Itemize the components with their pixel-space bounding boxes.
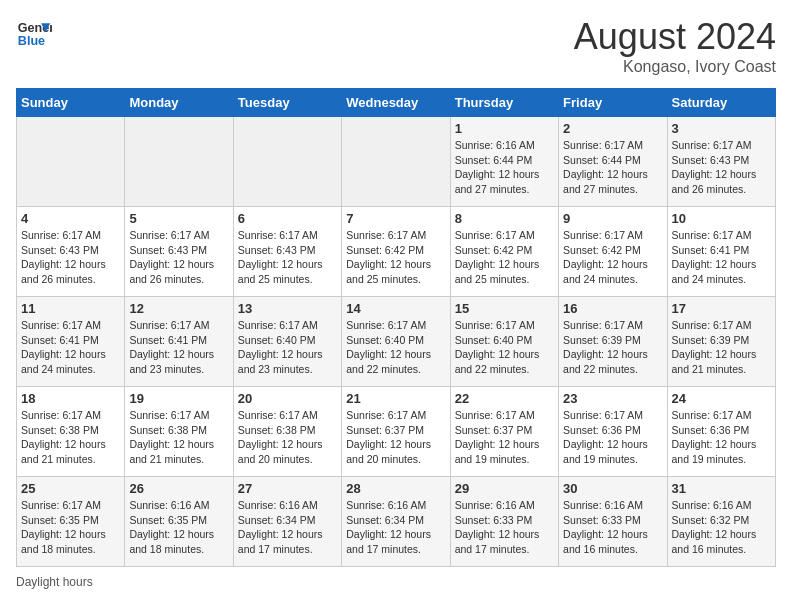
calendar-cell: 14Sunrise: 6:17 AM Sunset: 6:40 PM Dayli… xyxy=(342,297,450,387)
weekday-header: Tuesday xyxy=(233,89,341,117)
day-info: Sunrise: 6:17 AM Sunset: 6:44 PM Dayligh… xyxy=(563,138,662,197)
day-info: Sunrise: 6:17 AM Sunset: 6:42 PM Dayligh… xyxy=(346,228,445,287)
day-info: Sunrise: 6:17 AM Sunset: 6:43 PM Dayligh… xyxy=(238,228,337,287)
calendar-cell: 10Sunrise: 6:17 AM Sunset: 6:41 PM Dayli… xyxy=(667,207,775,297)
day-info: Sunrise: 6:16 AM Sunset: 6:33 PM Dayligh… xyxy=(563,498,662,557)
calendar-week-row: 25Sunrise: 6:17 AM Sunset: 6:35 PM Dayli… xyxy=(17,477,776,567)
title-block: August 2024 Kongaso, Ivory Coast xyxy=(574,16,776,76)
day-number: 16 xyxy=(563,301,662,316)
day-number: 21 xyxy=(346,391,445,406)
day-info: Sunrise: 6:17 AM Sunset: 6:38 PM Dayligh… xyxy=(238,408,337,467)
day-info: Sunrise: 6:17 AM Sunset: 6:39 PM Dayligh… xyxy=(672,318,771,377)
day-info: Sunrise: 6:17 AM Sunset: 6:39 PM Dayligh… xyxy=(563,318,662,377)
day-info: Sunrise: 6:16 AM Sunset: 6:33 PM Dayligh… xyxy=(455,498,554,557)
calendar-cell: 3Sunrise: 6:17 AM Sunset: 6:43 PM Daylig… xyxy=(667,117,775,207)
weekday-header: Wednesday xyxy=(342,89,450,117)
calendar-cell: 13Sunrise: 6:17 AM Sunset: 6:40 PM Dayli… xyxy=(233,297,341,387)
weekday-header: Monday xyxy=(125,89,233,117)
logo-icon: General Blue xyxy=(16,16,52,52)
calendar-cell xyxy=(342,117,450,207)
day-info: Sunrise: 6:17 AM Sunset: 6:42 PM Dayligh… xyxy=(563,228,662,287)
day-number: 13 xyxy=(238,301,337,316)
calendar-cell: 20Sunrise: 6:17 AM Sunset: 6:38 PM Dayli… xyxy=(233,387,341,477)
day-info: Sunrise: 6:17 AM Sunset: 6:40 PM Dayligh… xyxy=(238,318,337,377)
day-number: 4 xyxy=(21,211,120,226)
day-info: Sunrise: 6:17 AM Sunset: 6:41 PM Dayligh… xyxy=(672,228,771,287)
calendar-cell: 5Sunrise: 6:17 AM Sunset: 6:43 PM Daylig… xyxy=(125,207,233,297)
calendar-cell: 27Sunrise: 6:16 AM Sunset: 6:34 PM Dayli… xyxy=(233,477,341,567)
day-info: Sunrise: 6:17 AM Sunset: 6:40 PM Dayligh… xyxy=(346,318,445,377)
page-header: General Blue August 2024 Kongaso, Ivory … xyxy=(16,16,776,76)
day-info: Sunrise: 6:17 AM Sunset: 6:40 PM Dayligh… xyxy=(455,318,554,377)
day-number: 1 xyxy=(455,121,554,136)
calendar-cell: 21Sunrise: 6:17 AM Sunset: 6:37 PM Dayli… xyxy=(342,387,450,477)
calendar-cell: 12Sunrise: 6:17 AM Sunset: 6:41 PM Dayli… xyxy=(125,297,233,387)
weekday-header-row: SundayMondayTuesdayWednesdayThursdayFrid… xyxy=(17,89,776,117)
calendar-cell: 26Sunrise: 6:16 AM Sunset: 6:35 PM Dayli… xyxy=(125,477,233,567)
day-info: Sunrise: 6:17 AM Sunset: 6:41 PM Dayligh… xyxy=(21,318,120,377)
calendar-cell: 6Sunrise: 6:17 AM Sunset: 6:43 PM Daylig… xyxy=(233,207,341,297)
day-number: 12 xyxy=(129,301,228,316)
calendar-cell xyxy=(233,117,341,207)
day-number: 20 xyxy=(238,391,337,406)
day-info: Sunrise: 6:17 AM Sunset: 6:42 PM Dayligh… xyxy=(455,228,554,287)
calendar-cell xyxy=(17,117,125,207)
calendar-cell: 24Sunrise: 6:17 AM Sunset: 6:36 PM Dayli… xyxy=(667,387,775,477)
day-number: 31 xyxy=(672,481,771,496)
weekday-header: Friday xyxy=(559,89,667,117)
day-number: 15 xyxy=(455,301,554,316)
day-info: Sunrise: 6:16 AM Sunset: 6:35 PM Dayligh… xyxy=(129,498,228,557)
logo: General Blue xyxy=(16,16,52,52)
calendar-cell: 1Sunrise: 6:16 AM Sunset: 6:44 PM Daylig… xyxy=(450,117,558,207)
day-number: 23 xyxy=(563,391,662,406)
calendar-cell: 19Sunrise: 6:17 AM Sunset: 6:38 PM Dayli… xyxy=(125,387,233,477)
day-number: 27 xyxy=(238,481,337,496)
day-info: Sunrise: 6:16 AM Sunset: 6:32 PM Dayligh… xyxy=(672,498,771,557)
day-number: 19 xyxy=(129,391,228,406)
weekday-header: Sunday xyxy=(17,89,125,117)
day-number: 29 xyxy=(455,481,554,496)
calendar-cell: 28Sunrise: 6:16 AM Sunset: 6:34 PM Dayli… xyxy=(342,477,450,567)
day-info: Sunrise: 6:17 AM Sunset: 6:43 PM Dayligh… xyxy=(21,228,120,287)
day-number: 11 xyxy=(21,301,120,316)
day-number: 25 xyxy=(21,481,120,496)
calendar-cell: 7Sunrise: 6:17 AM Sunset: 6:42 PM Daylig… xyxy=(342,207,450,297)
day-info: Sunrise: 6:16 AM Sunset: 6:44 PM Dayligh… xyxy=(455,138,554,197)
calendar-cell: 15Sunrise: 6:17 AM Sunset: 6:40 PM Dayli… xyxy=(450,297,558,387)
calendar-cell: 18Sunrise: 6:17 AM Sunset: 6:38 PM Dayli… xyxy=(17,387,125,477)
weekday-header: Saturday xyxy=(667,89,775,117)
day-info: Sunrise: 6:17 AM Sunset: 6:43 PM Dayligh… xyxy=(672,138,771,197)
calendar-cell: 8Sunrise: 6:17 AM Sunset: 6:42 PM Daylig… xyxy=(450,207,558,297)
calendar-cell: 31Sunrise: 6:16 AM Sunset: 6:32 PM Dayli… xyxy=(667,477,775,567)
day-number: 5 xyxy=(129,211,228,226)
day-number: 7 xyxy=(346,211,445,226)
day-info: Sunrise: 6:17 AM Sunset: 6:38 PM Dayligh… xyxy=(129,408,228,467)
calendar-cell: 9Sunrise: 6:17 AM Sunset: 6:42 PM Daylig… xyxy=(559,207,667,297)
day-number: 10 xyxy=(672,211,771,226)
page-subtitle: Kongaso, Ivory Coast xyxy=(574,58,776,76)
calendar-cell: 16Sunrise: 6:17 AM Sunset: 6:39 PM Dayli… xyxy=(559,297,667,387)
day-info: Sunrise: 6:16 AM Sunset: 6:34 PM Dayligh… xyxy=(346,498,445,557)
day-info: Sunrise: 6:16 AM Sunset: 6:34 PM Dayligh… xyxy=(238,498,337,557)
day-info: Sunrise: 6:17 AM Sunset: 6:43 PM Dayligh… xyxy=(129,228,228,287)
footer-note: Daylight hours xyxy=(16,575,776,589)
day-number: 6 xyxy=(238,211,337,226)
day-number: 28 xyxy=(346,481,445,496)
calendar-week-row: 1Sunrise: 6:16 AM Sunset: 6:44 PM Daylig… xyxy=(17,117,776,207)
day-info: Sunrise: 6:17 AM Sunset: 6:36 PM Dayligh… xyxy=(563,408,662,467)
calendar-cell: 2Sunrise: 6:17 AM Sunset: 6:44 PM Daylig… xyxy=(559,117,667,207)
svg-text:Blue: Blue xyxy=(18,34,45,48)
day-number: 17 xyxy=(672,301,771,316)
day-number: 30 xyxy=(563,481,662,496)
calendar-week-row: 11Sunrise: 6:17 AM Sunset: 6:41 PM Dayli… xyxy=(17,297,776,387)
calendar-cell: 25Sunrise: 6:17 AM Sunset: 6:35 PM Dayli… xyxy=(17,477,125,567)
day-info: Sunrise: 6:17 AM Sunset: 6:38 PM Dayligh… xyxy=(21,408,120,467)
calendar-week-row: 4Sunrise: 6:17 AM Sunset: 6:43 PM Daylig… xyxy=(17,207,776,297)
day-info: Sunrise: 6:17 AM Sunset: 6:37 PM Dayligh… xyxy=(346,408,445,467)
calendar-table: SundayMondayTuesdayWednesdayThursdayFrid… xyxy=(16,88,776,567)
calendar-cell: 22Sunrise: 6:17 AM Sunset: 6:37 PM Dayli… xyxy=(450,387,558,477)
day-number: 8 xyxy=(455,211,554,226)
weekday-header: Thursday xyxy=(450,89,558,117)
day-number: 3 xyxy=(672,121,771,136)
calendar-cell: 29Sunrise: 6:16 AM Sunset: 6:33 PM Dayli… xyxy=(450,477,558,567)
